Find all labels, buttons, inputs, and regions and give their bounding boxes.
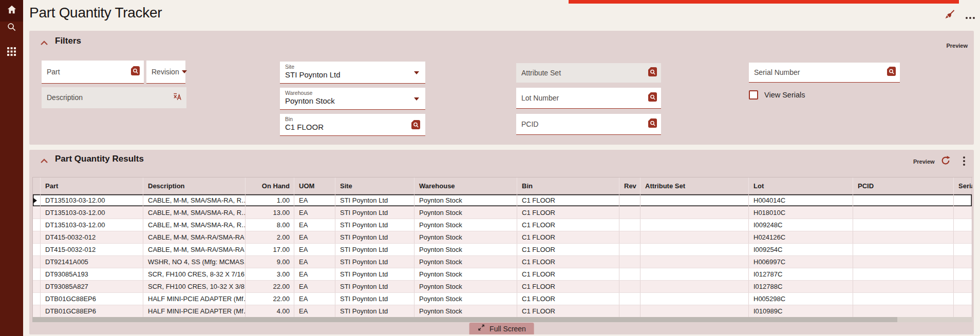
cell-part: DT93085A827: [41, 281, 143, 292]
cell-site: STI Poynton Ltd: [335, 231, 414, 243]
cell-serial: [954, 281, 973, 292]
cell-description: SCR, FH100 CRES, 10-32 X 3/8…: [143, 281, 246, 292]
clear-filters-button[interactable]: [943, 9, 956, 23]
cell-bin: C1 FLOOR: [517, 268, 619, 280]
cell-on-hand: 17.00: [246, 244, 294, 255]
collapse-results-button[interactable]: [40, 157, 49, 163]
cell-rev: [619, 219, 640, 231]
row-selector-cell: [33, 231, 41, 243]
table-row[interactable]: DT415-0032-012CABLE, M-M, SMA-RA/SMA-RA……: [33, 231, 972, 244]
cell-part: DT135103-03-12.00: [41, 207, 143, 219]
cell-serial: [954, 268, 973, 280]
column-header-bin[interactable]: Bin: [517, 177, 619, 194]
results-panel: Part Quantity Results Preview PartDescri…: [29, 150, 974, 334]
row-selector-cell: [33, 293, 41, 305]
warehouse-dropdown[interactable]: Warehouse Poynton Stock: [280, 88, 425, 110]
serial-number-field[interactable]: [749, 63, 900, 83]
lot-number-input[interactable]: [521, 94, 645, 102]
collapse-filters-button[interactable]: [40, 39, 49, 45]
cell-attribute-set: [640, 207, 749, 219]
part-search-icon[interactable]: [131, 66, 140, 77]
sidebar-apps-button[interactable]: [0, 43, 23, 62]
overflow-menu-button[interactable]: [964, 11, 977, 25]
cell-uom: EA: [294, 268, 335, 280]
refresh-button[interactable]: [940, 155, 951, 166]
table-row[interactable]: DT415-0032-012CABLE, M-M, SMA-RA/SMA-RA……: [33, 244, 972, 256]
table-row[interactable]: DTB01GC88EP6HALF MINI-PCIE ADAPTER (Mf…4…: [33, 305, 972, 318]
column-header-pcid[interactable]: PCID: [853, 177, 954, 194]
column-header-on-hand[interactable]: On Hand: [246, 177, 294, 194]
search-icon: [7, 22, 16, 34]
part-field[interactable]: [42, 61, 144, 84]
cell-part: DT415-0032-012: [41, 244, 143, 255]
cell-part: DT93085A193: [41, 268, 143, 280]
notification-banner: [569, 0, 959, 4]
cell-serial: [954, 231, 973, 243]
site-dropdown[interactable]: Site STI Poynton Ltd: [280, 62, 425, 84]
serial-number-input[interactable]: [754, 68, 884, 76]
pcid-input[interactable]: [521, 120, 645, 128]
cell-warehouse: Poynton Stock: [414, 256, 517, 268]
bin-field[interactable]: Bin C1 FLOOR: [280, 114, 425, 136]
row-selector-cell: [33, 244, 41, 255]
horizontal-scrollbar-thumb[interactable]: [32, 317, 897, 322]
full-screen-button[interactable]: Full Screen: [469, 323, 534, 334]
column-header-serial[interactable]: Serial: [954, 177, 973, 194]
table-row[interactable]: DT135103-03-12.00CABLE, M-M, SMA/SMA-RA,…: [33, 207, 972, 219]
column-header-part[interactable]: Part: [41, 177, 143, 194]
table-row[interactable]: DT92141A005WSHR, NO 4, SS (Mfg: MCMAS…9.…: [33, 256, 972, 268]
column-header-lot[interactable]: Lot: [749, 177, 853, 194]
column-header-rev[interactable]: Rev: [619, 177, 640, 194]
column-header-warehouse[interactable]: Warehouse: [414, 177, 517, 194]
cell-description: HALF MINI-PCIE ADAPTER (Mf…: [143, 305, 246, 317]
table-row[interactable]: DT93085A827SCR, FH100 CRES, 10-32 X 3/8……: [33, 281, 972, 293]
row-selector-cell: [33, 219, 41, 231]
view-serials-checkbox[interactable]: [749, 90, 758, 100]
warehouse-label: Warehouse: [285, 90, 420, 96]
lot-number-search-icon[interactable]: [648, 92, 657, 104]
cell-pcid: [853, 305, 954, 317]
pcid-field[interactable]: [516, 114, 661, 135]
pcid-search-icon[interactable]: [648, 118, 657, 130]
column-header-description[interactable]: Description: [143, 177, 246, 194]
table-row[interactable]: DTB01GC88EP6HALF MINI-PCIE ADAPTER (Mf…2…: [33, 293, 972, 305]
lot-number-field[interactable]: [516, 88, 661, 109]
serial-number-search-icon[interactable]: [887, 67, 896, 78]
cell-lot: H004014C: [749, 194, 853, 206]
cell-rev: [619, 305, 640, 317]
chevron-down-icon: [182, 70, 187, 73]
cell-pcid: [853, 293, 954, 305]
results-menu-button[interactable]: [960, 156, 968, 166]
table-row[interactable]: DT135103-03-12.00CABLE, M-M, SMA/SMA-RA,…: [33, 194, 972, 207]
cell-site: STI Poynton Ltd: [335, 281, 414, 292]
column-header-attribute-set[interactable]: Attribute Set: [640, 177, 749, 194]
cell-serial: [954, 219, 973, 231]
cell-on-hand: 22.00: [246, 293, 294, 305]
cell-bin: C1 FLOOR: [517, 256, 619, 268]
table-row[interactable]: DT135103-03-12.00CABLE, M-M, SMA/SMA-RA,…: [33, 219, 972, 231]
view-serials-checkbox-row[interactable]: View Serials: [749, 90, 805, 100]
horizontal-scrollbar: [32, 317, 972, 322]
cell-attribute-set: [640, 293, 749, 305]
description-field: [42, 87, 186, 108]
cell-uom: EA: [294, 207, 335, 219]
bin-search-icon[interactable]: [411, 120, 420, 131]
row-selector-cell: [33, 305, 41, 317]
cell-description: HALF MINI-PCIE ADAPTER (Mf…: [143, 293, 246, 305]
chevron-down-icon: [414, 97, 419, 101]
column-header-site[interactable]: Site: [335, 177, 414, 194]
column-header-uom[interactable]: UOM: [294, 177, 335, 194]
revision-dropdown[interactable]: Revision: [146, 61, 185, 84]
refresh-icon: [940, 155, 951, 166]
sidebar-search-button[interactable]: [0, 18, 23, 37]
attribute-set-input: [521, 69, 645, 77]
cell-part: DTB01GC88EP6: [41, 305, 143, 317]
row-selector-cell: [33, 207, 41, 219]
cell-attribute-set: [640, 244, 749, 255]
bin-value: C1 FLOOR: [285, 123, 324, 131]
home-icon: [7, 5, 17, 17]
table-row[interactable]: DT93085A193SCR, FH100 CRES, 8-32 X 7/16……: [33, 268, 972, 281]
kebab-icon: [963, 156, 965, 166]
part-input[interactable]: [47, 68, 128, 76]
filters-panel: Filters Preview Revision Si: [29, 31, 974, 145]
